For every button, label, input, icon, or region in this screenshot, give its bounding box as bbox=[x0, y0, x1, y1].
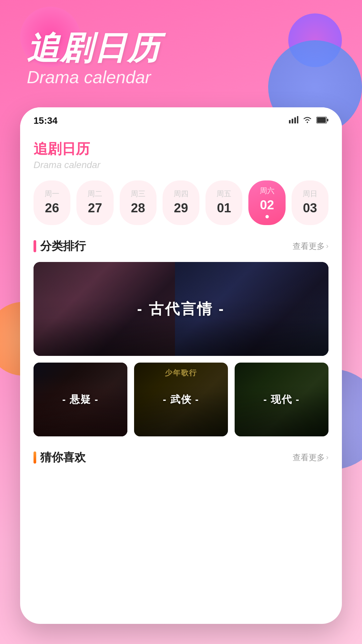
wuxia-card[interactable]: 少年歌行 - 武侠 - bbox=[134, 363, 228, 436]
wuxia-label: - 武侠 - bbox=[134, 363, 228, 436]
signal-icon bbox=[289, 116, 298, 125]
section-category-ranking: 分类排行 查看更多 › bbox=[34, 238, 328, 254]
calendar-day-02[interactable]: 周六02 bbox=[248, 180, 285, 225]
day-number: 26 bbox=[45, 201, 59, 215]
day-number: 27 bbox=[88, 201, 102, 215]
calendar-day-01[interactable]: 周五01 bbox=[205, 180, 242, 225]
calendar-day-26[interactable]: 周一26 bbox=[34, 180, 70, 225]
page-header: 追剧日历 Drama calendar bbox=[27, 27, 161, 87]
section-more-category[interactable]: 查看更多 › bbox=[293, 241, 328, 252]
drama-main-card[interactable]: - 古代言情 - bbox=[34, 262, 328, 356]
day-number: 01 bbox=[217, 201, 231, 215]
svg-rect-3 bbox=[297, 116, 298, 123]
day-label: 周六 bbox=[260, 186, 275, 196]
section-guess-likes: 猜你喜欢 查看更多 › bbox=[34, 450, 328, 465]
day-label: 周日 bbox=[303, 189, 317, 199]
calendar-row: 周一26周二27周三28周四29周五01周六02周日03 bbox=[34, 180, 328, 225]
calendar-day-28[interactable]: 周三28 bbox=[120, 180, 157, 225]
section-title2-wrap: 猜你喜欢 bbox=[34, 450, 86, 465]
section-more-label: 查看更多 bbox=[293, 241, 325, 252]
wuxia-text: - 武侠 - bbox=[163, 393, 199, 407]
mystery-card[interactable]: - 悬疑 - bbox=[34, 363, 127, 436]
svg-rect-7 bbox=[317, 117, 326, 123]
ancient-romance-label: - 古代言情 - bbox=[137, 299, 225, 319]
app-title-en: Drama calendar bbox=[34, 160, 328, 170]
modern-text: - 现代 - bbox=[263, 393, 300, 407]
day-dot bbox=[265, 215, 269, 218]
svg-rect-1 bbox=[292, 119, 293, 123]
app-content: 追剧日历 Drama calendar 周一26周二27周三28周四29周五01… bbox=[20, 129, 342, 465]
day-number: 02 bbox=[260, 198, 274, 212]
page-title-cn: 追剧日历 bbox=[27, 27, 161, 70]
day-label: 周三 bbox=[131, 189, 145, 199]
section-more-arrow: › bbox=[326, 242, 328, 251]
section-bar bbox=[34, 240, 36, 252]
battery-icon bbox=[316, 116, 328, 125]
status-icons bbox=[289, 116, 328, 125]
svg-rect-6 bbox=[327, 119, 328, 121]
app-title-cn: 追剧日历 bbox=[34, 140, 328, 158]
day-number: 29 bbox=[174, 201, 188, 215]
section-bar2 bbox=[34, 451, 36, 464]
day-label: 周一 bbox=[45, 189, 59, 199]
calendar-day-27[interactable]: 周二27 bbox=[76, 180, 113, 225]
day-label: 周四 bbox=[174, 189, 188, 199]
status-time: 15:34 bbox=[34, 115, 58, 126]
section-title-guess: 猜你喜欢 bbox=[40, 450, 86, 465]
status-bar: 15:34 bbox=[20, 107, 342, 129]
modern-card[interactable]: - 现代 - bbox=[235, 363, 328, 436]
day-number: 03 bbox=[303, 201, 317, 215]
calendar-day-29[interactable]: 周四29 bbox=[163, 180, 199, 225]
section-more-guess-arrow: › bbox=[326, 453, 328, 462]
section-title-category: 分类排行 bbox=[40, 238, 86, 254]
mystery-text: - 悬疑 - bbox=[62, 393, 99, 407]
drama-small-row: - 悬疑 - 少年歌行 - 武侠 - bbox=[34, 363, 328, 436]
phone-mockup: 15:34 bbox=[20, 107, 342, 624]
day-label: 周二 bbox=[87, 189, 102, 199]
calendar-day-03[interactable]: 周日03 bbox=[292, 180, 328, 225]
section-title-wrap: 分类排行 bbox=[34, 238, 86, 254]
svg-rect-2 bbox=[294, 117, 296, 123]
page-title-en: Drama calendar bbox=[27, 67, 161, 87]
mystery-label: - 悬疑 - bbox=[34, 363, 127, 436]
svg-point-4 bbox=[307, 122, 308, 123]
section-more-guess-label: 查看更多 bbox=[293, 452, 325, 463]
day-label: 周五 bbox=[217, 189, 231, 199]
drama-main-label: - 古代言情 - bbox=[34, 262, 328, 356]
wifi-icon bbox=[302, 116, 312, 125]
section-more-guess[interactable]: 查看更多 › bbox=[293, 452, 328, 463]
svg-rect-0 bbox=[289, 120, 291, 123]
modern-label: - 现代 - bbox=[235, 363, 328, 436]
day-number: 28 bbox=[131, 201, 145, 215]
